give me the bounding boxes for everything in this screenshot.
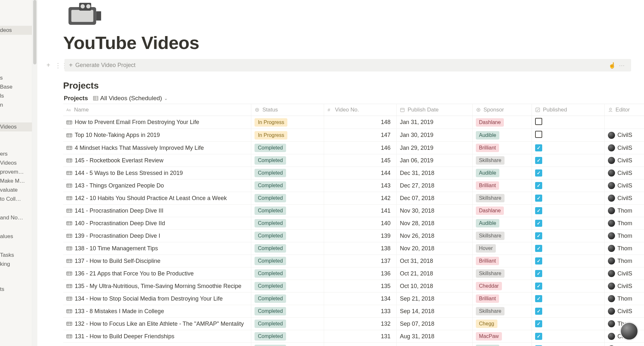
published-checkbox[interactable]: [535, 182, 542, 189]
sidebar-item[interactable]: Videos: [0, 159, 32, 168]
sidebar-item[interactable]: Make M…: [0, 177, 32, 186]
table-row[interactable]: 143 - Things Organized People DoComplete…: [63, 179, 644, 192]
table-row[interactable]: 141 - Procrastination Deep Dive IIICompl…: [63, 205, 644, 217]
page-icon[interactable]: [63, 0, 105, 29]
published-checkbox[interactable]: [535, 295, 542, 302]
column-header-name[interactable]: AaName: [63, 104, 251, 116]
table-row[interactable]: 130 - How to Make FriendsCompleted130Aug…: [63, 343, 644, 346]
sidebar-item[interactable]: ers: [0, 149, 32, 159]
status-tag: In Progress: [255, 118, 287, 127]
status-tag: Completed: [255, 282, 286, 290]
published-checkbox[interactable]: [535, 333, 542, 340]
svg-rect-36: [67, 171, 72, 175]
table-row[interactable]: How to Prevent Email From Destroying You…: [63, 116, 644, 129]
editor-avatar: [608, 169, 615, 177]
published-checkbox[interactable]: [535, 270, 542, 277]
page-title[interactable]: YouTube Videos: [63, 32, 644, 53]
column-header-status[interactable]: Status: [251, 104, 324, 116]
sidebar-item[interactable]: n: [0, 101, 32, 110]
table-row[interactable]: Top 10 Note-Taking Apps in 2019In Progre…: [63, 129, 644, 142]
row-video-no: 140: [324, 217, 396, 230]
table-row[interactable]: 140 - Procrastination Deep Dive IIdCompl…: [63, 217, 644, 230]
table-icon: [93, 96, 98, 101]
svg-rect-18: [536, 108, 540, 112]
row-publish-date: Nov 26, 2018: [397, 230, 473, 242]
sidebar-item[interactable]: Tasks: [0, 251, 32, 260]
row-name: 135 - My Ultra-Nutritious, Time-Saving M…: [75, 283, 241, 290]
sidebar-item[interactable]: king: [0, 260, 32, 269]
add-block-button[interactable]: +: [45, 62, 52, 69]
sidebar-item[interactable]: alues: [0, 232, 32, 241]
published-checkbox[interactable]: [535, 157, 542, 164]
published-checkbox[interactable]: [535, 283, 542, 290]
sidebar-scrollbar-thumb[interactable]: [33, 0, 36, 64]
database-heading[interactable]: Projects: [63, 81, 644, 91]
generate-video-project-button[interactable]: + Generate Video Project ☝ ⋯: [64, 59, 631, 72]
table-row[interactable]: 136 - 21 Apps that Force You to Be Produ…: [63, 267, 644, 280]
floating-user-avatar[interactable]: [620, 322, 638, 340]
sidebar-item[interactable]: ts: [0, 285, 32, 294]
published-checkbox[interactable]: [535, 131, 542, 138]
svg-rect-68: [67, 272, 72, 275]
page-row-icon: [66, 158, 72, 163]
editor-name: CivilS: [618, 157, 632, 164]
sidebar-item[interactable]: ls: [0, 91, 32, 101]
sidebar-item[interactable]: valuate: [0, 186, 32, 195]
table-row[interactable]: 135 - My Ultra-Nutritious, Time-Saving M…: [63, 280, 644, 293]
table-row[interactable]: 144 - 5 Ways to Be Less Stressed in 2019…: [63, 167, 644, 179]
row-publish-date: Nov 28, 2018: [397, 217, 473, 230]
view-tab-projects[interactable]: Projects: [64, 95, 88, 102]
table-row[interactable]: 134 - How to Stop Social Media from Dest…: [63, 293, 644, 305]
published-checkbox[interactable]: [535, 144, 542, 151]
status-tag: Completed: [255, 345, 286, 346]
page-row-icon: [66, 133, 72, 138]
sidebar-item[interactable]: Base: [0, 82, 32, 91]
select-property-icon: [476, 107, 481, 112]
column-header-editor[interactable]: Editor: [604, 104, 644, 116]
projects-table: AaName Status #Video No. Publish Date Sp…: [63, 104, 644, 346]
table-row[interactable]: 132 - How to Focus Like an Elite Athlete…: [63, 318, 644, 330]
table-row[interactable]: 145 - Rocketbook Everlast ReviewComplete…: [63, 154, 644, 167]
cursor-icon: ☝: [609, 62, 616, 69]
drag-handle-icon[interactable]: ⋮⋮: [55, 62, 61, 69]
more-icon[interactable]: ⋯: [619, 62, 625, 69]
published-checkbox[interactable]: [535, 220, 542, 227]
row-publish-date: Dec 31, 2018: [397, 167, 473, 179]
view-selector[interactable]: All Videos (Scheduled) ⌄: [93, 95, 168, 102]
table-row[interactable]: 131 - How to Build Deeper FriendshipsCom…: [63, 330, 644, 343]
published-checkbox[interactable]: [535, 320, 542, 327]
table-row[interactable]: 133 - 8 Mistakes I Made in CollegeComple…: [63, 305, 644, 318]
plus-icon: +: [69, 62, 73, 69]
published-checkbox[interactable]: [535, 308, 542, 315]
table-row[interactable]: 142 - 10 Habits You Should Practice At L…: [63, 192, 644, 205]
sidebar-item[interactable]: provem…: [0, 168, 32, 177]
sidebar-item[interactable]: to Coll…: [0, 195, 32, 204]
published-checkbox[interactable]: [535, 245, 542, 252]
sponsor-tag: Hover: [476, 244, 496, 253]
published-checkbox[interactable]: [535, 232, 542, 239]
row-publish-date: Oct 31, 2018: [397, 255, 473, 267]
sidebar-item[interactable]: and No…: [0, 213, 32, 222]
row-video-no: 135: [324, 280, 396, 293]
published-checkbox[interactable]: [535, 118, 542, 125]
sidebar-item[interactable]: Videos: [0, 122, 32, 131]
status-tag: In Progress: [255, 131, 287, 139]
column-header-published[interactable]: Published: [532, 104, 604, 116]
table-row[interactable]: 4 Mindset Hacks That Massively Improved …: [63, 142, 644, 154]
column-header-video-no[interactable]: #Video No.: [324, 104, 396, 116]
sidebar-item[interactable]: deos: [0, 26, 32, 35]
table-row[interactable]: 139 - Procrastination Deep Dive IComplet…: [63, 230, 644, 242]
column-header-sponsor[interactable]: Sponsor: [472, 104, 532, 116]
page-row-icon: [66, 171, 72, 175]
row-video-no: 146: [324, 142, 396, 154]
published-checkbox[interactable]: [535, 195, 542, 202]
page-row-icon: [66, 259, 72, 263]
published-checkbox[interactable]: [535, 169, 542, 177]
sidebar-scrollbar[interactable]: [32, 0, 37, 346]
published-checkbox[interactable]: [535, 207, 542, 214]
published-checkbox[interactable]: [535, 257, 542, 264]
sidebar-item[interactable]: s: [0, 73, 32, 82]
column-header-publish-date[interactable]: Publish Date: [397, 104, 473, 116]
table-row[interactable]: 137 - How to Build Self-DisciplineComple…: [63, 255, 644, 267]
table-row[interactable]: 138 - 10 Time Management TipsCompleted13…: [63, 242, 644, 255]
